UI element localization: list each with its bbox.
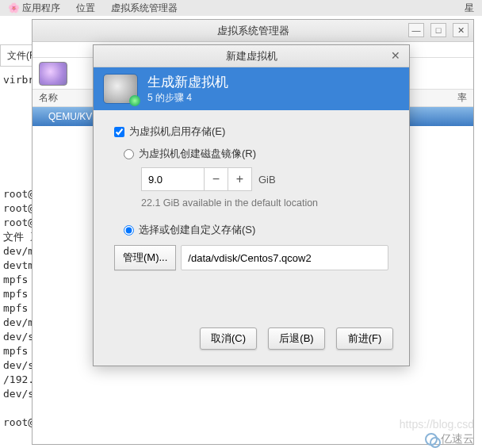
disk-size-spinner: − + GiB [141,167,388,191]
dialog-close-icon[interactable]: ✕ [388,49,403,63]
create-disk-radio[interactable] [124,149,134,159]
col-rate[interactable]: 率 [457,91,467,105]
banner-monitor-icon [103,74,138,104]
close-button[interactable]: ✕ [453,23,469,37]
forward-button[interactable]: 前进(F) [336,327,393,350]
watermark: https://blog.csd [400,418,474,431]
menu-apps-label: 应用程序 [22,2,60,13]
menu-vmm[interactable]: 虚拟系统管理器 [111,2,178,15]
custom-storage-radio[interactable] [124,225,134,235]
new-vm-icon[interactable] [39,62,67,86]
back-button[interactable]: 后退(B) [268,327,325,350]
clock-fragment: 星 [465,2,474,15]
enable-storage-row[interactable]: 为虚拟机启用存储(E) [114,124,388,139]
available-space: 22.1 GiB available in the default locati… [141,197,388,209]
custom-storage-label: 选择或创建自定义存储(S) [139,223,255,237]
banner-title: 生成新虚拟机 [147,73,228,91]
dialog-body: 为虚拟机启用存储(E) 为虚拟机创建磁盘镜像(R) − + GiB 22.1 G… [94,110,409,316]
new-vm-dialog: 新建虚拟机 ✕ 生成新虚拟机 5 的步骤 4 为虚拟机启用存储(E) 为虚拟机创… [93,44,410,366]
minimize-button[interactable]: — [408,23,424,37]
vmm-title-text: 虚拟系统管理器 [217,24,289,38]
dialog-title: 新建虚拟机 [226,49,277,63]
dialog-titlebar: 新建虚拟机 ✕ [94,45,409,67]
create-disk-label: 为虚拟机创建磁盘镜像(R) [139,147,256,161]
logo-text: 亿速云 [441,432,474,446]
manage-button[interactable]: 管理(M)... [114,245,176,270]
brand-logo: 亿速云 [425,432,474,446]
maximize-button[interactable]: □ [430,23,446,37]
create-disk-row[interactable]: 为虚拟机创建磁盘镜像(R) [124,147,388,161]
top-bar: 🌸 应用程序 位置 虚拟系统管理器 星 [0,0,482,16]
enable-storage-checkbox[interactable] [114,127,124,137]
vmm-titlebar: 虚拟系统管理器 — □ ✕ [33,20,473,42]
spin-minus-button[interactable]: − [205,167,228,191]
menu-places[interactable]: 位置 [76,2,95,15]
cancel-button[interactable]: 取消(C) [200,327,257,350]
storage-path-input[interactable] [181,245,388,270]
dialog-footer: 取消(C) 后退(B) 前进(F) [94,316,409,366]
col-name[interactable]: 名称 [39,91,58,105]
banner-subtitle: 5 的步骤 4 [147,91,228,105]
enable-storage-label: 为虚拟机启用存储(E) [129,124,225,139]
spin-plus-button[interactable]: + [228,167,252,191]
dialog-banner: 生成新虚拟机 5 的步骤 4 [94,67,409,110]
menu-apps[interactable]: 🌸 应用程序 [8,2,60,15]
custom-storage-row[interactable]: 选择或创建自定义存储(S) [124,223,388,237]
logo-icon [425,433,438,446]
disk-size-input[interactable] [141,167,205,191]
size-unit: GiB [258,174,276,186]
